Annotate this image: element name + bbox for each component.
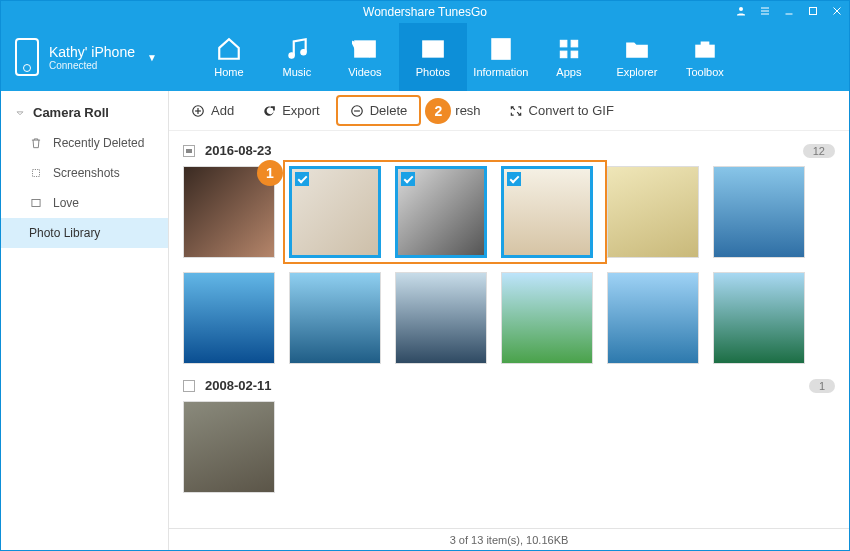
group-count-badge: 1 bbox=[809, 379, 835, 393]
tab-explorer[interactable]: Explorer bbox=[603, 23, 671, 91]
close-icon[interactable] bbox=[831, 5, 843, 20]
sidebar: Camera Roll Recently Deleted Screenshots… bbox=[1, 91, 169, 550]
tab-apps[interactable]: Apps bbox=[535, 23, 603, 91]
group-date: 2016-08-23 bbox=[205, 143, 272, 158]
sidebar-item-screenshots[interactable]: Screenshots bbox=[1, 158, 168, 188]
button-label: Add bbox=[211, 103, 234, 118]
maximize-icon[interactable] bbox=[807, 5, 819, 20]
device-selector[interactable]: Kathy' iPhone Connected ▼ bbox=[1, 38, 175, 76]
photo-thumb[interactable] bbox=[289, 272, 381, 364]
svg-point-16 bbox=[499, 44, 503, 48]
check-icon bbox=[507, 172, 521, 186]
svg-rect-20 bbox=[571, 51, 578, 57]
status-bar: 3 of 13 item(s), 10.16KB bbox=[169, 528, 849, 550]
export-button[interactable]: Export bbox=[250, 97, 332, 124]
tab-label: Videos bbox=[348, 66, 381, 78]
callout-2: 2 bbox=[425, 98, 451, 124]
photo-thumb[interactable] bbox=[395, 166, 487, 258]
title-bar: Wondershare TunesGo bbox=[1, 1, 849, 23]
callout-1: 1 bbox=[257, 160, 283, 186]
tab-information[interactable]: Information bbox=[467, 23, 535, 91]
button-label: Convert to GIF bbox=[529, 103, 614, 118]
group-header: 2016-08-23 12 bbox=[183, 143, 835, 158]
nav-tabs: Home Music Videos Photos Information App… bbox=[195, 23, 739, 91]
add-button[interactable]: Add bbox=[179, 97, 246, 124]
tab-label: Photos bbox=[416, 66, 450, 78]
main-content: Add Export Delete 2 resh Co bbox=[169, 91, 849, 550]
check-icon bbox=[401, 172, 415, 186]
convert-to-gif-button[interactable]: Convert to GIF bbox=[497, 97, 626, 124]
nav-bar: Kathy' iPhone Connected ▼ Home Music Vid… bbox=[1, 23, 849, 91]
status-text: 3 of 13 item(s), 10.16KB bbox=[450, 534, 569, 546]
tab-label: Information bbox=[473, 66, 528, 78]
svg-point-0 bbox=[739, 7, 743, 11]
tab-videos[interactable]: Videos bbox=[331, 23, 399, 91]
photo-thumb[interactable] bbox=[183, 401, 275, 493]
button-label: Export bbox=[282, 103, 320, 118]
sidebar-item-label: Love bbox=[53, 196, 79, 210]
app-title: Wondershare TunesGo bbox=[363, 5, 487, 19]
chevron-down-icon: ▼ bbox=[147, 52, 157, 63]
check-icon bbox=[295, 172, 309, 186]
user-icon[interactable] bbox=[735, 5, 747, 20]
menu-icon[interactable] bbox=[759, 5, 771, 20]
svg-rect-19 bbox=[560, 51, 567, 57]
sidebar-item-photo-library[interactable]: Photo Library bbox=[1, 218, 168, 248]
tab-label: Explorer bbox=[616, 66, 657, 78]
svg-rect-21 bbox=[696, 46, 713, 57]
sidebar-item-love[interactable]: Love bbox=[1, 188, 168, 218]
device-name: Kathy' iPhone bbox=[49, 44, 135, 60]
svg-point-9 bbox=[301, 50, 306, 55]
minimize-icon[interactable] bbox=[783, 5, 795, 20]
thumbnail-grid: 1 bbox=[183, 166, 835, 364]
photo-thumb[interactable] bbox=[607, 272, 699, 364]
photo-thumb[interactable] bbox=[501, 272, 593, 364]
refresh-button[interactable]: resh bbox=[455, 97, 492, 124]
svg-rect-22 bbox=[33, 170, 40, 177]
photo-scroll-area[interactable]: 2016-08-23 12 1 bbox=[169, 131, 849, 528]
sidebar-header-camera-roll[interactable]: Camera Roll bbox=[1, 97, 168, 128]
tab-label: Toolbox bbox=[686, 66, 724, 78]
group-header: 2008-02-11 1 bbox=[183, 378, 835, 393]
group-checkbox[interactable] bbox=[183, 380, 195, 392]
photo-thumb[interactable] bbox=[395, 272, 487, 364]
delete-button[interactable]: Delete bbox=[336, 95, 422, 126]
toolbar: Add Export Delete 2 resh Co bbox=[169, 91, 849, 131]
body: Camera Roll Recently Deleted Screenshots… bbox=[1, 91, 849, 550]
phone-icon bbox=[15, 38, 39, 76]
photo-thumb[interactable] bbox=[713, 166, 805, 258]
tab-home[interactable]: Home bbox=[195, 23, 263, 91]
svg-rect-18 bbox=[571, 40, 578, 47]
button-label: resh bbox=[455, 103, 480, 118]
button-label: Delete bbox=[370, 103, 408, 118]
tab-music[interactable]: Music bbox=[263, 23, 331, 91]
window-controls bbox=[735, 1, 843, 23]
sidebar-item-recently-deleted[interactable]: Recently Deleted bbox=[1, 128, 168, 158]
photo-thumb[interactable] bbox=[713, 272, 805, 364]
device-status: Connected bbox=[49, 60, 135, 71]
svg-rect-17 bbox=[560, 40, 567, 47]
sidebar-header-label: Camera Roll bbox=[33, 105, 109, 120]
tab-label: Music bbox=[283, 66, 312, 78]
svg-rect-23 bbox=[32, 200, 40, 207]
tab-label: Home bbox=[214, 66, 243, 78]
photo-thumb[interactable] bbox=[183, 272, 275, 364]
group-checkbox[interactable] bbox=[183, 145, 195, 157]
group-count-badge: 12 bbox=[803, 144, 835, 158]
sidebar-item-label: Screenshots bbox=[53, 166, 120, 180]
photo-thumb[interactable] bbox=[607, 166, 699, 258]
svg-point-8 bbox=[289, 53, 294, 58]
tab-toolbox[interactable]: Toolbox bbox=[671, 23, 739, 91]
tab-photos[interactable]: Photos bbox=[399, 23, 467, 91]
thumbnail-grid bbox=[183, 401, 835, 493]
group-date: 2008-02-11 bbox=[205, 378, 272, 393]
photo-thumb[interactable] bbox=[501, 166, 593, 258]
sidebar-item-label: Photo Library bbox=[29, 226, 100, 240]
photo-thumb[interactable] bbox=[289, 166, 381, 258]
app-window: Wondershare TunesGo Kathy' iPhone bbox=[0, 0, 850, 551]
svg-rect-5 bbox=[810, 7, 817, 14]
tab-label: Apps bbox=[556, 66, 581, 78]
sidebar-item-label: Recently Deleted bbox=[53, 136, 144, 150]
